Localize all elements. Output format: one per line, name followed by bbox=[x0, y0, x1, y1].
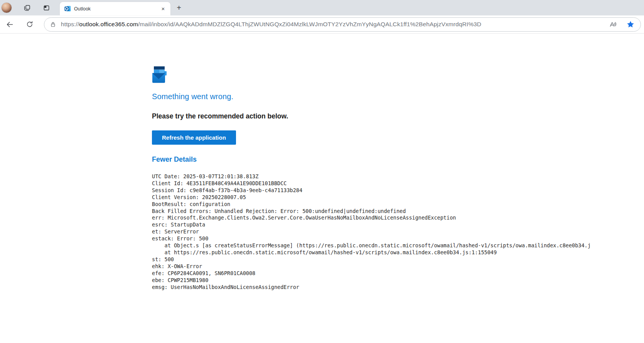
error-title: Something went wrong. bbox=[152, 92, 644, 101]
outlook-mail-logo bbox=[152, 66, 167, 84]
tab-actions-icon[interactable] bbox=[42, 3, 51, 12]
outlook-favicon bbox=[64, 5, 71, 12]
tab-close-icon[interactable]: × bbox=[160, 5, 167, 12]
tab-title: Outlook bbox=[74, 6, 160, 12]
read-aloud-icon[interactable] bbox=[607, 19, 618, 30]
tab-strip: Outlook × + bbox=[0, 0, 644, 15]
browser-toolbar: https://outlook.office365.com/mail/inbox… bbox=[0, 15, 644, 34]
back-icon[interactable] bbox=[4, 19, 15, 30]
lock-icon[interactable] bbox=[50, 21, 56, 28]
browser-tab-outlook[interactable]: Outlook × bbox=[60, 2, 170, 15]
browser-window: Outlook × + https://outlook.offic bbox=[0, 0, 644, 291]
error-page: Something went wrong. Please try the rec… bbox=[0, 34, 644, 291]
favorite-star-icon[interactable] bbox=[625, 19, 636, 30]
url-host: outlook.office365.com bbox=[79, 21, 138, 27]
profile-avatar[interactable] bbox=[1, 2, 12, 13]
url-text[interactable]: https://outlook.office365.com/mail/inbox… bbox=[61, 21, 605, 28]
error-details-text: UTC Date: 2025-03-07T12:01:38.813Z Clien… bbox=[152, 173, 644, 291]
refresh-icon[interactable] bbox=[24, 19, 35, 30]
workspaces-icon[interactable] bbox=[22, 3, 32, 12]
refresh-application-button[interactable]: Refresh the application bbox=[152, 130, 236, 145]
fewer-details-link[interactable]: Fewer Details bbox=[152, 155, 197, 164]
error-subtitle: Please try the recommended action below. bbox=[152, 112, 644, 120]
address-bar[interactable]: https://outlook.office365.com/mail/inbox… bbox=[44, 17, 641, 32]
url-path: /mail/inbox/id/AAQkADdmMDZlZGQ4LThjZWUtN… bbox=[138, 21, 481, 27]
new-tab-button[interactable]: + bbox=[174, 3, 184, 13]
url-scheme: https:// bbox=[61, 21, 79, 27]
